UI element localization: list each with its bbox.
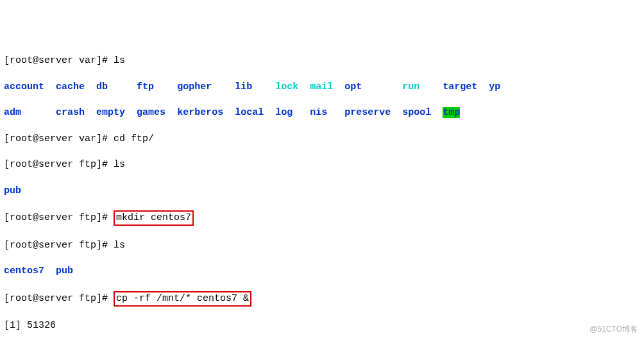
prompt: [root@server ftp]# [4, 159, 114, 170]
cmd-cp: cp -rf /mnt/* centos7 & [114, 291, 251, 307]
cmd-ls: ls [114, 159, 125, 170]
cmd-ls: ls [114, 55, 125, 66]
prompt: [root@server var]# [4, 133, 114, 144]
cmd-ls: ls [114, 240, 125, 251]
cmd-mkdir-centos7: mkdir centos7 [114, 210, 194, 226]
watermark: @51CTO博客 [589, 324, 638, 334]
ls-output-row: centos7 pub [4, 265, 640, 278]
prompt: [root@server ftp]# [4, 240, 114, 251]
job-output: [1] 51326 [4, 319, 640, 332]
prompt: [root@server ftp]# [4, 212, 114, 223]
ls-output-row: account cache db ftp gopher lib lock mai… [4, 81, 640, 94]
prompt: [root@server ftp]# [4, 293, 114, 304]
prompt: [root@server var]# [4, 55, 114, 66]
dir-entry: pub [4, 185, 21, 196]
cmd-cd: cd ftp/ [114, 133, 154, 144]
ls-output-row: adm crash empty games kerberos local log… [4, 106, 640, 119]
